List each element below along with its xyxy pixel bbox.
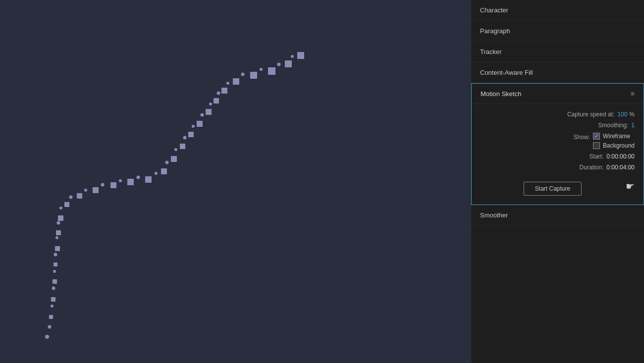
svg-rect-6: [53, 279, 57, 284]
svg-rect-52: [297, 52, 304, 59]
svg-point-21: [101, 183, 105, 187]
content-aware-fill-label: Content-Aware Fill: [480, 69, 533, 76]
svg-rect-26: [145, 176, 152, 183]
tracker-label: Tracker: [480, 48, 502, 55]
svg-rect-40: [214, 98, 219, 104]
svg-point-19: [84, 189, 87, 192]
svg-rect-2: [49, 315, 53, 319]
svg-rect-46: [250, 72, 257, 79]
capture-speed-row: Capture speed at: 100 %: [481, 111, 635, 118]
smoothing-value[interactable]: 1: [631, 122, 635, 129]
svg-rect-48: [268, 67, 275, 75]
svg-point-29: [165, 161, 169, 164]
svg-point-49: [277, 63, 281, 66]
panel-item-content-aware-fill[interactable]: Content-Aware Fill: [471, 62, 644, 83]
svg-point-3: [51, 305, 54, 308]
background-checkbox-item: Background: [593, 142, 635, 149]
svg-point-43: [226, 82, 229, 85]
svg-rect-28: [161, 168, 167, 174]
canvas-area: [0, 0, 471, 363]
duration-value[interactable]: 0:00:04:00: [606, 164, 635, 171]
svg-rect-32: [180, 144, 185, 149]
svg-rect-10: [55, 246, 60, 251]
svg-rect-8: [54, 262, 57, 266]
svg-point-45: [241, 73, 245, 76]
svg-rect-16: [64, 202, 69, 207]
svg-point-27: [155, 172, 158, 175]
wireframe-checkbox-item: ✓ Wireframe: [593, 133, 635, 140]
panel-item-tracker[interactable]: Tracker: [471, 42, 644, 62]
svg-point-11: [55, 236, 58, 239]
svg-point-39: [209, 103, 212, 105]
svg-point-31: [174, 148, 177, 151]
motion-path-svg: [0, 0, 471, 363]
start-value[interactable]: 0:00:00:00: [606, 153, 635, 160]
svg-point-51: [291, 55, 294, 58]
cursor-pointer-icon: ☛: [626, 180, 635, 192]
svg-point-47: [260, 68, 263, 71]
panel-item-paragraph[interactable]: Paragraph: [471, 21, 644, 42]
show-row: Show: ✓ Wireframe Background: [481, 133, 635, 149]
motion-sketch-content: Capture speed at: 100 % Smoothing: 1 Sho…: [472, 104, 644, 205]
svg-rect-42: [221, 88, 227, 94]
show-label: Show:: [574, 133, 590, 141]
show-checkboxes: ✓ Wireframe Background: [593, 133, 635, 149]
svg-rect-18: [77, 193, 82, 199]
capture-speed-unit: %: [629, 111, 635, 118]
start-row: Start: 0:00:00:00: [481, 153, 635, 160]
motion-sketch-panel: Motion Sketch ≡ Capture speed at: 100 % …: [471, 83, 644, 205]
svg-point-1: [48, 325, 52, 329]
motion-sketch-menu-icon[interactable]: ≡: [631, 90, 635, 98]
svg-rect-38: [206, 109, 212, 115]
wireframe-checkbox[interactable]: ✓: [593, 133, 600, 140]
panel-item-smoother[interactable]: Smoother: [471, 205, 644, 226]
capture-speed-label: Capture speed at:: [567, 111, 614, 118]
svg-point-25: [137, 176, 140, 179]
svg-rect-4: [51, 297, 55, 302]
smoothing-label: Smoothing:: [598, 122, 629, 129]
svg-point-13: [57, 221, 60, 225]
bottom-spacer: [471, 226, 644, 363]
wireframe-check-mark: ✓: [594, 134, 598, 139]
svg-point-17: [69, 196, 73, 199]
start-capture-button[interactable]: Start Capture: [524, 182, 582, 196]
svg-rect-20: [93, 187, 99, 193]
character-label: Character: [480, 6, 508, 14]
svg-point-35: [192, 125, 195, 128]
svg-rect-24: [127, 179, 134, 185]
svg-point-41: [217, 92, 220, 95]
svg-rect-12: [56, 230, 61, 235]
right-panel: Character Paragraph Tracker Content-Awar…: [471, 0, 644, 363]
smoother-label: Smoother: [480, 211, 508, 219]
panel-item-character[interactable]: Character: [471, 0, 644, 21]
svg-rect-44: [233, 78, 239, 85]
svg-rect-14: [58, 215, 63, 221]
paragraph-label: Paragraph: [480, 27, 510, 35]
background-label: Background: [603, 142, 635, 149]
motion-sketch-title: Motion Sketch: [481, 90, 521, 98]
svg-point-15: [59, 207, 62, 209]
svg-point-33: [183, 136, 187, 140]
svg-point-0: [45, 335, 49, 339]
svg-rect-36: [197, 121, 203, 127]
motion-sketch-header[interactable]: Motion Sketch ≡: [472, 84, 644, 104]
svg-rect-34: [188, 132, 194, 137]
duration-row: Duration: 0:00:04:00: [481, 164, 635, 171]
background-checkbox[interactable]: [593, 142, 600, 149]
svg-point-7: [53, 270, 56, 273]
svg-rect-22: [110, 182, 116, 188]
svg-rect-30: [171, 156, 177, 162]
smoothing-row: Smoothing: 1: [481, 122, 635, 129]
svg-rect-50: [285, 60, 292, 67]
svg-point-9: [54, 253, 57, 257]
svg-point-37: [201, 113, 204, 117]
duration-label: Duration:: [580, 164, 604, 171]
svg-point-23: [119, 179, 122, 182]
svg-point-5: [52, 287, 55, 290]
capture-speed-value[interactable]: 100: [617, 111, 627, 118]
start-label: Start:: [590, 153, 604, 160]
wireframe-label: Wireframe: [603, 133, 630, 140]
